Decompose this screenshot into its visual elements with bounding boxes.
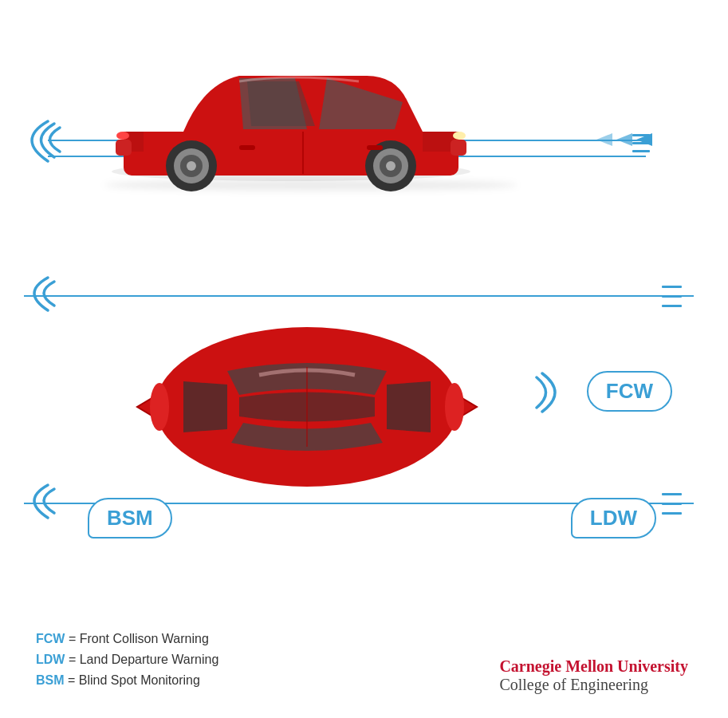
legend-section: FCW = Front Collison Warning LDW = Land … <box>36 632 395 694</box>
svg-rect-2 <box>632 150 650 152</box>
svg-rect-6 <box>116 140 132 156</box>
road-markers-right-top <box>632 134 652 165</box>
legend-fcw-equals: = Front Collison Warning <box>69 632 209 645</box>
ldw-label: LDW <box>590 506 637 530</box>
ldw-label-bubble: LDW <box>571 498 656 538</box>
signal-bsm-upper <box>16 275 60 322</box>
svg-rect-18 <box>367 145 383 150</box>
legend-bsm-equals: = Blind Spot Monitoring <box>68 673 200 687</box>
cmu-name: Carnegie Mellon University <box>499 657 688 676</box>
svg-point-14 <box>187 161 196 171</box>
svg-rect-19 <box>239 145 255 150</box>
svg-rect-20 <box>662 286 682 288</box>
bsm-label-bubble: BSM <box>88 498 172 538</box>
svg-point-10 <box>386 161 395 171</box>
svg-rect-0 <box>632 134 650 136</box>
svg-rect-23 <box>662 493 682 495</box>
legend-bsm: BSM = Blind Spot Monitoring <box>36 673 395 688</box>
svg-point-32 <box>150 383 169 431</box>
cmu-college: College of Engineering <box>499 676 688 694</box>
top-view-car <box>136 311 478 506</box>
svg-rect-5 <box>451 140 466 156</box>
bsm-label: BSM <box>107 506 153 530</box>
markers-right-bottom-lane <box>662 493 684 525</box>
svg-point-31 <box>445 383 464 431</box>
legend-fcw-key: FCW <box>36 632 65 645</box>
svg-rect-25 <box>662 512 682 515</box>
svg-rect-1 <box>632 142 650 144</box>
legend-ldw-equals: = Land Departure Warning <box>69 653 218 666</box>
signal-bsm-lower <box>16 483 60 530</box>
signal-fcw <box>533 371 573 418</box>
fcw-label: FCW <box>587 371 672 412</box>
bottom-section: FCW BSM LDW <box>0 247 728 566</box>
svg-point-16 <box>116 132 129 140</box>
left-signal-top <box>24 120 68 176</box>
markers-right-top-lane <box>662 286 684 318</box>
svg-rect-21 <box>662 295 682 298</box>
top-section <box>0 16 728 239</box>
cmu-logo: Carnegie Mellon University College of En… <box>499 657 688 694</box>
side-car-top <box>80 40 502 195</box>
legend-ldw-key: LDW <box>36 653 65 666</box>
legend-ldw: LDW = Land Departure Warning <box>36 653 395 667</box>
svg-point-15 <box>453 132 466 140</box>
main-container: FCW BSM LDW FCW = Front Collison Warning… <box>0 0 728 718</box>
svg-rect-24 <box>662 503 682 505</box>
lane-line-top <box>24 295 694 297</box>
legend-bsm-key: BSM <box>36 673 65 687</box>
fcw-label-bubble: FCW <box>587 371 672 412</box>
legend-fcw: FCW = Front Collison Warning <box>36 632 395 646</box>
svg-rect-22 <box>662 305 682 307</box>
